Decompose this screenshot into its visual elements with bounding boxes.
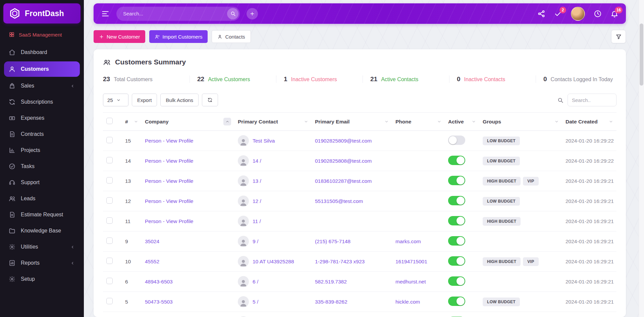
sidebar-item-contracts[interactable]: Contracts [0, 126, 84, 142]
sort-chevron-icon[interactable] [304, 119, 308, 124]
sidebar-item-customers[interactable]: Customers [4, 61, 80, 77]
contact-link[interactable]: 5 / [253, 299, 258, 305]
company-link[interactable]: Person - View Profile [145, 158, 193, 164]
page-scrollbar[interactable] [639, 0, 644, 317]
active-toggle[interactable] [448, 156, 465, 165]
sidebar-item-knowledge-base[interactable]: Knowledge Base [0, 223, 84, 239]
active-toggle[interactable] [448, 297, 465, 306]
sidebar-item-projects[interactable]: Projects [0, 142, 84, 158]
table-search-input[interactable] [568, 94, 616, 106]
primary-email-link[interactable]: 01836102287@test.com [315, 178, 372, 184]
sidebar-item-leads[interactable]: Leads [0, 191, 84, 207]
user-avatar[interactable] [571, 7, 585, 21]
sidebar-item-expenses[interactable]: Expenses [0, 110, 84, 126]
company-link[interactable]: Person - View Profile [145, 178, 193, 184]
active-toggle[interactable] [448, 216, 465, 225]
sort-chevron-icon[interactable] [472, 119, 476, 124]
primary-email-link[interactable]: 01902825808@test.com [315, 158, 372, 164]
contact-link[interactable]: Test Silva [253, 138, 275, 144]
row-checkbox[interactable] [106, 278, 113, 284]
table-search-icon[interactable] [557, 97, 564, 103]
row-checkbox[interactable] [106, 157, 113, 163]
scrollbar-thumb[interactable] [640, 23, 643, 86]
sidebar-item-dashboard[interactable]: Dashboard [0, 44, 84, 60]
phone-link[interactable]: marks.com [395, 239, 421, 244]
active-toggle[interactable] [448, 176, 465, 185]
column-header-company[interactable]: Company [142, 113, 234, 131]
bulk-actions-button[interactable]: Bulk Actions [160, 94, 199, 106]
contacts-button[interactable]: Contacts [212, 30, 251, 43]
app-logo[interactable]: FrontDash [3, 3, 80, 23]
export-button[interactable]: Export [132, 94, 157, 106]
company-link[interactable]: 48943-6503 [145, 279, 173, 284]
active-toggle[interactable] [448, 236, 465, 246]
contact-link[interactable]: 10 AT U43925288 [253, 259, 294, 265]
primary-email-link[interactable]: 582.519.7382 [315, 279, 347, 284]
sort-ascending-icon[interactable] [223, 118, 231, 125]
phone-link[interactable]: hickle.com [395, 299, 420, 305]
history-clock-icon[interactable] [594, 10, 602, 18]
sidebar-item-sales[interactable]: Sales [0, 78, 84, 94]
company-link[interactable]: 35024 [145, 239, 159, 244]
phone-link[interactable]: 16194715001 [395, 259, 427, 264]
select-all-checkbox[interactable] [106, 118, 113, 124]
new-customer-button[interactable]: New Customer [94, 30, 145, 43]
company-link[interactable]: 50473-5503 [145, 299, 173, 305]
sidebar-item-setup[interactable]: Setup [0, 271, 84, 287]
contact-link[interactable]: 9 / [253, 239, 258, 245]
primary-email-link[interactable]: 01902825809@test.com [315, 138, 372, 144]
sort-chevron-icon[interactable] [384, 119, 389, 124]
global-search-input[interactable] [116, 7, 240, 21]
sort-chevron-icon[interactable] [554, 119, 559, 124]
search-icon[interactable] [227, 8, 238, 19]
column-header-primary-contact[interactable]: Primary Contact [234, 113, 312, 131]
primary-email-link[interactable]: 335-839-8262 [315, 299, 347, 305]
sort-chevron-icon[interactable] [437, 119, 441, 124]
row-checkbox[interactable] [106, 177, 113, 183]
menu-icon[interactable] [101, 9, 110, 18]
primary-email-link[interactable]: 1-298-781-7423 x923 [315, 259, 365, 264]
contact-link[interactable]: 6 / [253, 279, 258, 285]
active-toggle[interactable] [448, 276, 465, 286]
column-header-active[interactable]: Active [445, 113, 479, 131]
active-toggle[interactable] [448, 136, 465, 145]
tasks-check-icon[interactable]: 2 [554, 10, 562, 18]
row-checkbox[interactable] [106, 298, 113, 304]
company-link[interactable]: Person - View Profile [145, 198, 193, 204]
sidebar-item-utilities[interactable]: Utilities [0, 239, 84, 255]
sidebar-item-support[interactable]: Support [0, 174, 84, 191]
bell-icon[interactable]: 16 [610, 10, 619, 18]
primary-email-link[interactable]: (215) 675-7148 [315, 239, 351, 244]
import-customers-button[interactable]: Import Customers [149, 30, 208, 43]
company-link[interactable]: 45552 [145, 259, 159, 264]
column-header-date-created[interactable]: Date Created [562, 113, 616, 131]
page-size-select[interactable]: 25 [103, 94, 128, 106]
contact-link[interactable]: 14 / [253, 158, 261, 164]
phone-link[interactable]: medhurst.net [395, 279, 426, 284]
contact-link[interactable]: 12 / [253, 198, 261, 204]
refresh-button[interactable] [202, 94, 218, 106]
active-toggle[interactable] [448, 256, 465, 266]
row-checkbox[interactable] [106, 137, 113, 143]
sort-chevron-icon[interactable] [134, 119, 138, 124]
contact-link[interactable]: 11 / [253, 218, 261, 224]
contact-link[interactable]: 13 / [253, 178, 261, 184]
row-checkbox[interactable] [106, 197, 113, 204]
row-checkbox[interactable] [106, 258, 113, 264]
sidebar-item-estimate-request[interactable]: Estimate Request [0, 207, 84, 223]
sidebar-item-reports[interactable]: Reports [0, 255, 84, 271]
column-header-phone[interactable]: Phone [392, 113, 445, 131]
sidebar-item-tasks[interactable]: Tasks [0, 158, 84, 174]
filter-button[interactable] [611, 30, 626, 43]
share-icon[interactable] [537, 10, 545, 18]
column-header-number[interactable]: # [122, 113, 142, 131]
company-link[interactable]: Person - View Profile [145, 138, 193, 144]
sidebar-section-saas-management[interactable]: SaaS Management [0, 23, 84, 42]
active-toggle[interactable] [448, 196, 465, 205]
primary-email-link[interactable]: 55131505@test.com [315, 198, 363, 204]
company-link[interactable]: Person - View Profile [145, 218, 193, 224]
sort-chevron-icon[interactable] [609, 119, 613, 124]
sidebar-item-subscriptions[interactable]: Subscriptions [0, 94, 84, 110]
column-header-groups[interactable]: Groups [479, 113, 562, 131]
row-checkbox[interactable] [106, 217, 113, 224]
